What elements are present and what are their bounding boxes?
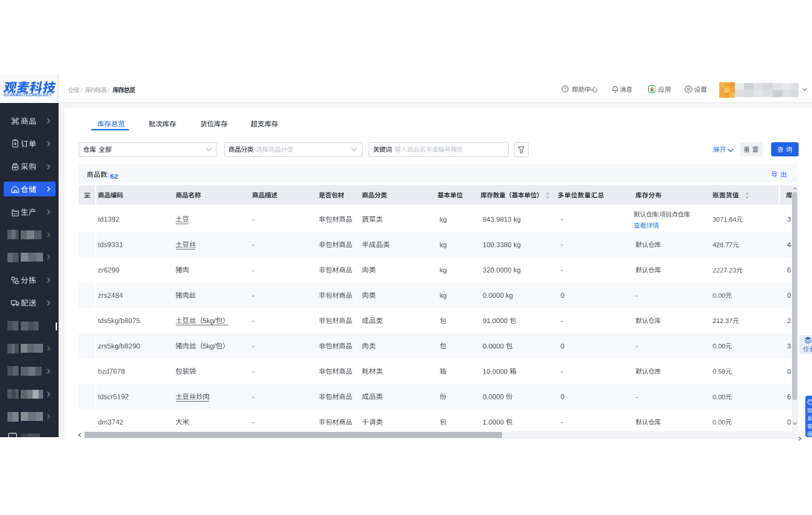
svg-text:?: ? <box>564 86 567 91</box>
